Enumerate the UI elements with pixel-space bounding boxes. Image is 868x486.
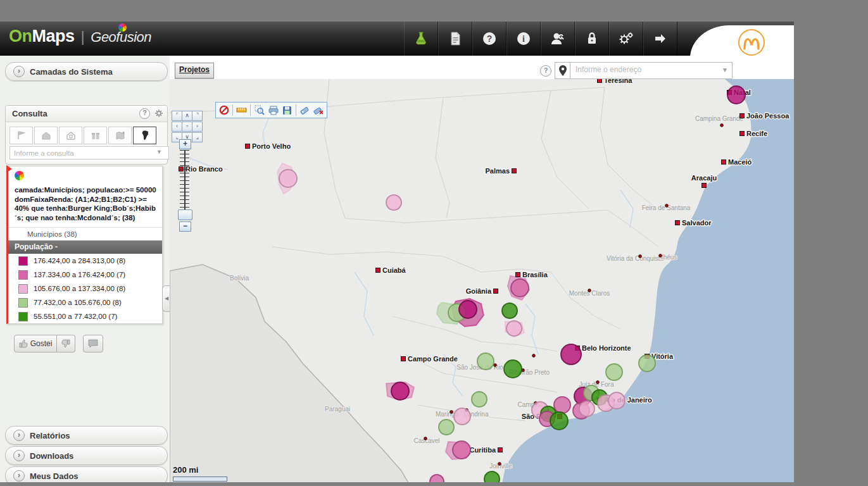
address-help-icon[interactable]: ? [540,65,551,77]
municipality-bubble[interactable] [606,364,622,380]
flag-icon[interactable] [9,127,33,144]
accordion-meus-dados[interactable]: ›Meus Dados [5,466,168,482]
municipality-bubble[interactable] [579,401,594,416]
exit-arrow-icon[interactable] [643,22,677,56]
accordion-camadas-do-sistema[interactable]: › Camadas do Sistema [5,62,168,81]
municipality-bubble[interactable] [504,360,522,378]
address-search: ▼ [570,62,733,79]
zoom-in-button[interactable]: + [179,139,191,149]
pan-se-button[interactable]: ⌟ [192,132,203,142]
save-tool-icon[interactable] [281,104,293,116]
consulta-gear-icon[interactable] [154,109,163,118]
municipality-bubble[interactable] [561,344,581,364]
tag-tool-icon[interactable] [299,104,311,116]
municipality-bubble[interactable] [511,279,529,297]
municipality-bubble[interactable] [279,170,297,187]
city-marker [494,289,498,294]
municipality-bubble[interactable] [477,353,494,370]
accordion-label: Camadas do Sistema [30,67,113,77]
municipality-bubble[interactable] [386,195,401,210]
municipality-bubble[interactable] [550,412,568,430]
map-page-icon[interactable] [108,127,132,144]
city-label: Recife [746,130,767,137]
municipality-bubble[interactable] [502,303,517,318]
pan-center-button[interactable]: ▫ [182,122,192,132]
help-icon[interactable]: ? [472,22,506,56]
map-pin-button[interactable] [555,62,571,79]
municipality-bubble[interactable] [608,392,625,409]
legend-title[interactable]: População - [8,240,162,254]
consulta-title: Consulta [12,109,139,118]
reports-document-icon[interactable] [438,22,472,56]
consulta-dropdown-icon[interactable]: ▼ [156,149,162,155]
municipality-bubble[interactable] [453,441,470,459]
legend-item[interactable]: 77.432,00 a 105.676,00 (8) [8,296,162,309]
legend: 176.424,00 a 284.313,00 (8)137.334,00 a … [8,254,162,323]
brand-logo: OnMaps|Geofusion [9,27,151,46]
municipality-bubble[interactable] [727,86,745,104]
comment-button[interactable] [83,335,103,352]
city-marker [512,169,517,173]
city-label: Goiânia [466,287,492,295]
header-toolbar: ? i [404,22,677,56]
municipality-bubble[interactable] [472,392,487,407]
south-america-icon[interactable] [133,127,156,144]
city-marker [676,221,680,225]
legend-item[interactable]: 137.334,00 a 176.424,00 (7) [8,268,162,282]
legend-item[interactable]: 55.551,00 a 77.432,00 (7) [8,309,162,323]
legend-item[interactable]: 176.424,00 a 284.313,00 (8) [8,254,162,268]
query-card[interactable]: camada:Municípios; populacao:>= 50000 do… [6,166,163,324]
user-admin-icon[interactable] [541,22,575,56]
city-label: Aracaju [691,174,717,182]
city-label: Cuiabá [382,266,406,274]
municipality-bubble[interactable] [459,301,477,318]
pan-ne-button[interactable]: ⌝ [192,111,203,121]
consulta-help-icon[interactable]: ? [139,108,150,119]
print-tool-icon[interactable] [267,104,279,116]
zoom-slider-thumb[interactable] [178,209,192,220]
city-label: João Pessoa [746,112,789,120]
municipality-bubble[interactable] [484,471,500,482]
city-label: Salvador [682,219,712,227]
zoom-out-button[interactable]: − [179,221,191,232]
home-target-icon[interactable] [59,127,82,144]
municipality-bubble[interactable] [454,408,470,425]
svg-text:i: i [522,34,525,44]
municipality-bubble[interactable] [639,355,655,371]
gift-icon[interactable] [84,127,107,144]
map-canvas[interactable]: BolíviaParaguaiCampina GrandeFeira de Sa… [170,79,794,482]
municipios-row[interactable]: Municípios (38) [8,227,162,240]
security-lock-icon[interactable] [575,22,609,56]
consulta-input[interactable] [9,146,169,159]
municipality-bubble[interactable] [430,475,444,482]
accordion-downloads[interactable]: ›Downloads [5,446,168,465]
info-icon[interactable]: i [506,22,541,56]
address-dropdown-icon[interactable]: ▼ [722,66,728,73]
query-text: camada:Municípios; populacao:>= 50000 do… [8,184,162,227]
ruler-tool-icon[interactable] [236,104,248,116]
projetos-button[interactable]: Projetos [175,63,214,78]
zoom-select-tool-icon[interactable] [253,104,265,116]
pan-west-button[interactable]: ‹ [172,122,182,132]
legend-swatch [18,256,28,266]
pan-east-button[interactable]: › [192,122,203,132]
pan-nw-button[interactable]: ⌜ [172,111,182,121]
municipality-bubble[interactable] [439,420,454,435]
municipality-bubble[interactable] [506,321,522,336]
pan-north-button[interactable]: ∧ [182,111,192,121]
settings-gears-icon[interactable] [609,22,643,56]
city-label: Palmas [485,167,510,175]
address-input[interactable] [574,65,713,75]
municipality-bubble[interactable] [391,382,409,400]
home-icon[interactable] [34,127,58,144]
map-area[interactable]: BolíviaParaguaiCampina GrandeFeira de Sa… [170,79,794,482]
dislike-button[interactable] [57,335,75,352]
legend-item[interactable]: 105.676,00 a 137.334,00 (8) [8,282,162,296]
cancel-tool-icon[interactable] [218,104,230,116]
accordion-relatórios[interactable]: ›Relatórios [5,426,168,445]
like-button[interactable]: Gostei [14,335,57,352]
like-label: Gostei [30,339,53,348]
municipality-bubble[interactable] [554,397,570,413]
analysis-flask-icon[interactable] [404,22,438,56]
tag-remove-tool-icon[interactable] [313,104,325,116]
